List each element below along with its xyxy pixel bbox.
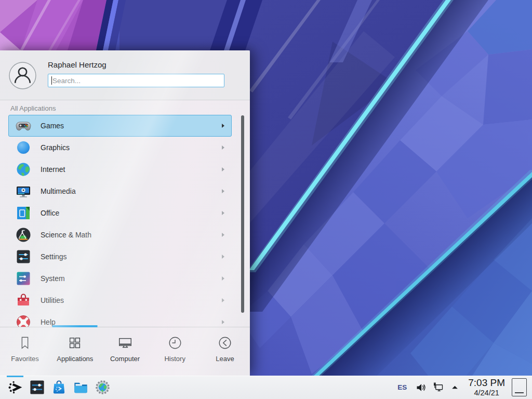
- globe-icon: [15, 161, 32, 178]
- submenu-arrow-icon: [222, 124, 224, 128]
- digital-clock[interactable]: 7:03 PM 4/24/21: [468, 378, 505, 397]
- menu-item-help[interactable]: Help: [8, 311, 232, 327]
- multimedia-icon: [15, 183, 32, 200]
- science-icon: [15, 227, 32, 243]
- menu-item-games[interactable]: Games: [8, 115, 232, 137]
- leave-icon: [217, 335, 233, 351]
- expand-tray-icon[interactable]: [450, 382, 460, 392]
- show-desktop-button[interactable]: [512, 378, 527, 396]
- menu-item-system[interactable]: System: [8, 268, 232, 289]
- user-avatar-icon[interactable]: [9, 62, 36, 89]
- menu-header: Raphael Hertzog: [0, 50, 250, 100]
- text-caret: [51, 76, 52, 85]
- taskbar-launchers: [4, 376, 113, 399]
- menu-tab-bar: FavoritesApplicationsComputerHistoryLeav…: [0, 327, 250, 376]
- menu-item-internet[interactable]: Internet: [8, 158, 232, 180]
- settings-dark-icon: [29, 379, 45, 395]
- tab-label: Computer: [110, 355, 140, 363]
- submenu-arrow-icon: [222, 298, 224, 302]
- menu-item-multimedia[interactable]: Multimedia: [8, 180, 232, 202]
- globe-gear-icon: [95, 379, 111, 395]
- tab-computer[interactable]: Computer: [100, 327, 150, 376]
- menu-item-label: Settings: [41, 252, 67, 261]
- menu-item-list: GamesGraphicsInternetMultimediaOfficeSci…: [0, 115, 250, 327]
- menu-item-label: Multimedia: [41, 187, 76, 195]
- computer-icon: [117, 335, 133, 351]
- launcher-system-settings[interactable]: [26, 376, 48, 399]
- menu-item-office[interactable]: Office: [8, 202, 232, 224]
- tab-label: Applications: [57, 355, 93, 363]
- launcher-app-launcher[interactable]: [4, 376, 26, 399]
- menu-item-label: System: [41, 274, 65, 283]
- taskbar: ES 7:03 PM 4/24/21: [0, 376, 532, 399]
- submenu-arrow-icon: [222, 167, 224, 171]
- applications-icon: [67, 335, 83, 351]
- menu-item-settings[interactable]: Settings: [8, 246, 232, 268]
- submenu-arrow-icon: [222, 145, 224, 150]
- scrollbar[interactable]: [241, 115, 244, 313]
- clock-time: 7:03 PM: [468, 378, 505, 388]
- settings-icon: [15, 248, 32, 265]
- history-icon: [167, 335, 183, 351]
- submenu-arrow-icon: [222, 276, 224, 281]
- network-icon[interactable]: [432, 381, 445, 394]
- tray-icons: [415, 381, 465, 394]
- menu-item-label: Science & Math: [41, 231, 91, 239]
- keyboard-layout-indicator[interactable]: ES: [397, 383, 407, 391]
- menu-item-label: Internet: [41, 165, 65, 174]
- kali-icon: [7, 379, 23, 395]
- volume-icon[interactable]: [415, 381, 427, 394]
- tab-applications[interactable]: Applications: [50, 327, 100, 376]
- favorites-icon: [17, 335, 33, 351]
- clock-date: 4/24/21: [468, 389, 505, 397]
- user-name: Raphael Hertzog: [48, 60, 242, 69]
- menu-item-science-math[interactable]: Science & Math: [8, 224, 232, 246]
- office-icon: [15, 205, 32, 221]
- system-tray: ES 7:03 PM 4/24/21: [397, 376, 528, 399]
- submenu-arrow-icon: [222, 255, 224, 259]
- help-icon: [15, 314, 32, 327]
- utilities-icon: [15, 292, 32, 309]
- tab-favorites[interactable]: Favorites: [0, 327, 50, 376]
- tab-label: Favorites: [11, 355, 38, 363]
- menu-item-label: Office: [41, 209, 59, 217]
- submenu-arrow-icon: [222, 233, 224, 237]
- tab-history[interactable]: History: [150, 327, 200, 376]
- system-icon: [15, 270, 32, 287]
- submenu-arrow-icon: [222, 211, 224, 215]
- launcher-file-manager[interactable]: [70, 376, 91, 399]
- menu-item-utilities[interactable]: Utilities: [8, 289, 232, 311]
- section-label: All Applications: [10, 103, 250, 113]
- tab-label: History: [164, 355, 185, 363]
- tab-label: Leave: [216, 355, 234, 363]
- menu-item-graphics[interactable]: Graphics: [8, 137, 232, 158]
- gamepad-icon: [15, 117, 32, 134]
- submenu-arrow-icon: [222, 320, 224, 324]
- folder-icon: [73, 379, 89, 395]
- launcher-software-center[interactable]: [48, 376, 70, 399]
- application-launcher-menu: Raphael Hertzog All Applications GamesGr…: [0, 50, 250, 376]
- search-input[interactable]: [48, 74, 224, 87]
- discover-icon: [51, 379, 67, 395]
- search-box: [48, 74, 224, 87]
- sphere-icon: [15, 139, 32, 156]
- menu-item-label: Graphics: [41, 143, 70, 152]
- submenu-arrow-icon: [222, 189, 224, 193]
- menu-item-label: Games: [41, 122, 64, 130]
- tab-leave[interactable]: Leave: [200, 327, 250, 376]
- desktop: Raphael Hertzog All Applications GamesGr…: [0, 0, 532, 399]
- launcher-web-browser[interactable]: [91, 376, 113, 399]
- menu-item-label: Utilities: [41, 296, 64, 304]
